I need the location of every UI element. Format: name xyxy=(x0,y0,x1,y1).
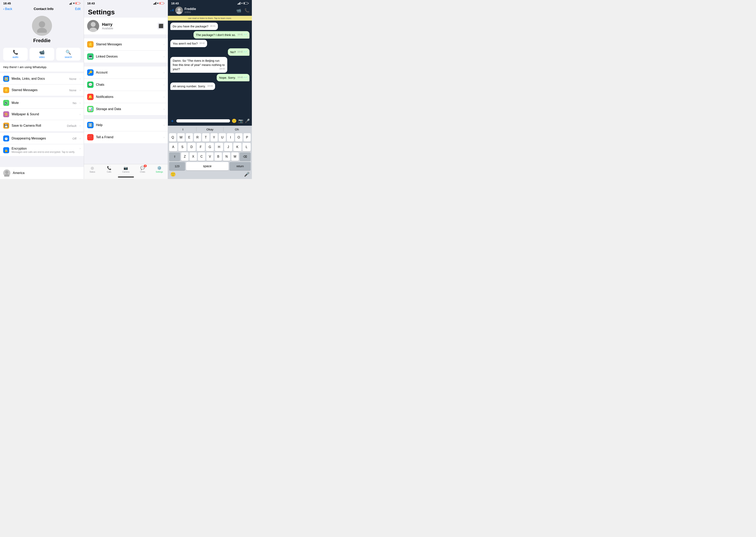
linked-devices-setting[interactable]: 💻 Linked Devices › xyxy=(84,51,168,62)
settings-tab-icon: ⚙️ xyxy=(157,166,161,170)
chats-badge: 3 xyxy=(144,165,147,167)
key-delete[interactable]: ⌫ xyxy=(240,152,251,161)
calls-tab-label: Calls xyxy=(107,171,111,173)
starred-messages-setting[interactable]: ⭐ Starred Messages › xyxy=(84,38,168,51)
key-j[interactable]: J xyxy=(224,143,232,151)
search-button[interactable]: 🔍 search xyxy=(56,48,80,61)
wifi-icon-p2: ▾ xyxy=(157,2,158,5)
suggestion-3[interactable]: Oh xyxy=(223,127,250,132)
key-h[interactable]: H xyxy=(215,143,223,151)
chat-action-buttons: 📹 📞 xyxy=(236,8,249,13)
tab-chats[interactable]: 💬 3 Chats xyxy=(134,166,151,173)
signal-icon-p1 xyxy=(69,2,72,5)
chats-label: Chats xyxy=(96,83,161,87)
encryption-row[interactable]: 🔒 Encryption Messages and calls are end-… xyxy=(0,144,84,156)
key-e[interactable]: E xyxy=(186,133,193,142)
chat-avatar xyxy=(175,7,183,14)
key-k[interactable]: K xyxy=(233,143,242,151)
suggestion-1[interactable]: I xyxy=(169,127,197,132)
media-section: 🖼️ Media, Links, and Docs None › ⭐ Starr… xyxy=(0,73,84,96)
starred-messages-row[interactable]: ⭐ Starred Messages None › xyxy=(0,85,84,96)
video-call-icon[interactable]: 📹 xyxy=(236,8,241,13)
help-setting[interactable]: ℹ️ Help › xyxy=(84,119,168,131)
bottom-contact-row[interactable]: America xyxy=(0,167,84,179)
wallpaper-row[interactable]: 🎨 Wallpaper & Sound › xyxy=(0,109,84,120)
media-row[interactable]: 🖼️ Media, Links, and Docs None › xyxy=(0,73,84,85)
back-button-p3[interactable]: ‹ 4 xyxy=(170,8,174,13)
disappearing-row[interactable]: ⏱️ Disappearing Messages Off › xyxy=(0,133,84,144)
tab-calls[interactable]: 📞 Calls xyxy=(101,166,117,173)
mic-button[interactable]: 🎤 xyxy=(245,118,250,123)
key-g[interactable]: G xyxy=(206,143,214,151)
tab-settings[interactable]: ⚙️ Settings xyxy=(151,166,168,173)
key-d[interactable]: D xyxy=(188,143,196,151)
key-c[interactable]: C xyxy=(198,152,205,161)
account-icon: 🔑 xyxy=(87,69,94,76)
message-1: Do you have the package? 18:41 xyxy=(170,22,218,30)
status-bar-p3: 18:43 ▾ xyxy=(168,0,252,6)
key-a[interactable]: A xyxy=(169,143,177,151)
mute-value: No xyxy=(72,101,76,105)
msg-time-3: 18:42 xyxy=(199,42,205,45)
attach-button[interactable]: ＋ xyxy=(170,118,175,124)
notifications-setting[interactable]: 🔔 Notifications › xyxy=(84,91,168,103)
video-button[interactable]: 📹 video xyxy=(29,48,54,61)
mute-row[interactable]: 🔊 Mute No › xyxy=(0,97,84,109)
back-button-p1[interactable]: ‹ Back xyxy=(3,7,12,11)
camera-button[interactable]: 📷 xyxy=(238,118,243,123)
tell-friend-setting[interactable]: ❤️ Tell a Friend › xyxy=(84,131,168,143)
notifications-label: Notifications xyxy=(96,95,161,99)
suggestion-2[interactable]: Okay xyxy=(197,127,223,132)
key-123[interactable]: 123 xyxy=(169,162,185,170)
msg-text-7: Ah wrong number. Sorry. xyxy=(173,85,206,88)
voice-call-icon[interactable]: 📞 xyxy=(245,8,249,13)
message-2: The package? I don't think so. 18:41 ✓✓ xyxy=(194,31,249,39)
sticker-button[interactable]: 🙂 xyxy=(232,118,237,123)
key-l[interactable]: L xyxy=(243,143,251,151)
tab-status[interactable]: ◎ Status xyxy=(84,166,101,173)
camera-roll-row[interactable]: 💾 Save to Camera Roll Default › xyxy=(0,120,84,131)
tab-camera[interactable]: 📷 Camera xyxy=(117,166,134,173)
chats-setting[interactable]: 💬 Chats › xyxy=(84,79,168,91)
keyboard: I Okay Oh Q W E R T Y U I O P A S D F G … xyxy=(168,126,252,179)
help-icon: ℹ️ xyxy=(87,122,94,128)
storage-setting[interactable]: 📊 Storage and Data › xyxy=(84,103,168,115)
key-b[interactable]: B xyxy=(214,152,222,161)
account-setting[interactable]: 🔑 Account › xyxy=(84,66,168,79)
key-f[interactable]: F xyxy=(197,143,205,151)
page-title-p1: Contact Info xyxy=(34,7,54,11)
key-o[interactable]: O xyxy=(235,133,242,142)
key-space[interactable]: space xyxy=(186,162,229,170)
key-s[interactable]: S xyxy=(178,143,187,151)
key-z[interactable]: Z xyxy=(181,152,189,161)
message-6: Nope. Sorry. 18:43 ✓✓ xyxy=(217,74,249,81)
message-input[interactable] xyxy=(176,119,230,122)
profile-row[interactable]: Harry Available ⬛ xyxy=(84,18,168,34)
key-shift[interactable]: ⇧ xyxy=(169,152,180,161)
key-u[interactable]: U xyxy=(219,133,226,142)
qr-button[interactable]: ⬛ xyxy=(157,22,164,29)
key-w[interactable]: W xyxy=(177,133,185,142)
message-3: You aren't red fox? 18:42 xyxy=(170,40,207,47)
audio-button[interactable]: 📞 audio xyxy=(3,48,27,61)
key-i[interactable]: I xyxy=(227,133,234,142)
key-return[interactable]: return xyxy=(230,162,251,170)
key-n[interactable]: N xyxy=(223,152,230,161)
chats-tab-label: Chats xyxy=(140,171,145,173)
settings-tab-label: Settings xyxy=(156,171,163,173)
key-t[interactable]: T xyxy=(202,133,209,142)
key-r[interactable]: R xyxy=(194,133,201,142)
key-y[interactable]: Y xyxy=(210,133,218,142)
tab-bar: ◎ Status 📞 Calls 📷 Camera 💬 3 Chats ⚙️ S… xyxy=(84,164,168,175)
mic-key-keyboard[interactable]: 🎤 xyxy=(244,172,249,177)
emoji-key[interactable]: 🙂 xyxy=(170,172,176,177)
time-p2: 18:43 xyxy=(87,2,95,5)
key-q[interactable]: Q xyxy=(169,133,176,142)
message-7: Ah wrong number. Sorry. 18:43 xyxy=(170,83,215,90)
key-p[interactable]: P xyxy=(244,133,251,142)
key-m[interactable]: M xyxy=(231,152,239,161)
back-number[interactable]: 4 xyxy=(172,9,174,12)
key-v[interactable]: V xyxy=(206,152,214,161)
key-x[interactable]: X xyxy=(190,152,197,161)
edit-button-p1[interactable]: Edit xyxy=(75,7,80,11)
